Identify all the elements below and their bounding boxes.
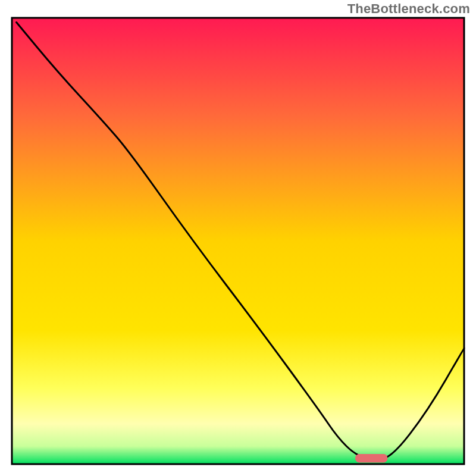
chart-container: TheBottleneck.com xyxy=(0,0,476,476)
chart-svg xyxy=(0,0,476,476)
plot-background-gradient xyxy=(12,18,464,464)
optimal-range-marker xyxy=(356,455,387,463)
